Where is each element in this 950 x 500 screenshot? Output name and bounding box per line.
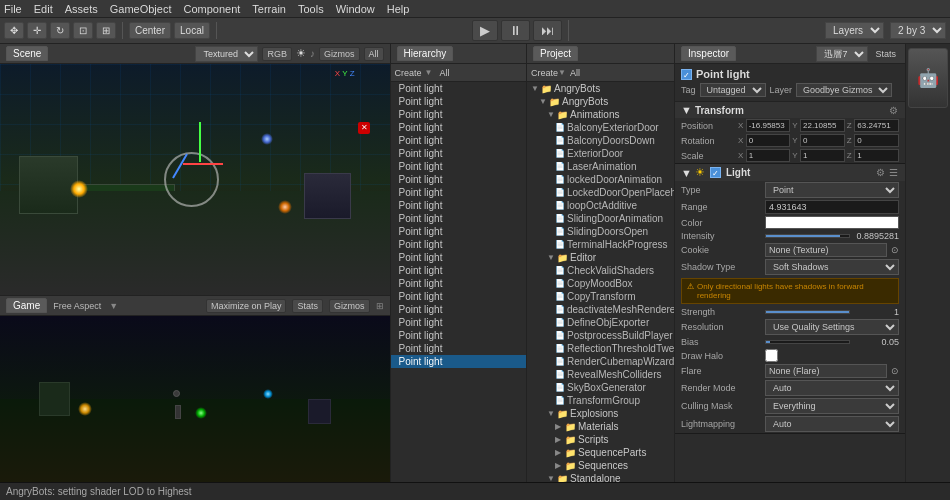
project-file[interactable]: 📄BalconyExteriorDoor <box>527 121 674 134</box>
layout-dropdown[interactable]: 2 by 3 <box>890 22 946 39</box>
scene-rgb-btn[interactable]: RGB <box>262 47 292 61</box>
hierarchy-item[interactable]: Point light <box>391 173 526 186</box>
hierarchy-item[interactable]: Point light <box>391 186 526 199</box>
stats-btn[interactable]: Stats <box>292 299 323 313</box>
tag-dropdown[interactable]: Untagged <box>700 83 766 97</box>
game-tab[interactable]: Game <box>6 298 47 313</box>
game-options-icon[interactable]: ⊞ <box>376 301 384 311</box>
inspector-stats-btn[interactable]: Stats <box>872 49 899 59</box>
aspect-label[interactable]: Free Aspect <box>53 301 101 311</box>
hierarchy-item[interactable]: Point light <box>391 147 526 160</box>
project-all-btn[interactable]: All <box>570 68 580 78</box>
project-file[interactable]: 📄ExteriorDoor <box>527 147 674 160</box>
game-viewport[interactable] <box>0 316 390 482</box>
scale-x-input[interactable] <box>746 149 791 162</box>
project-folder[interactable]: ▶📁Materials <box>527 420 674 433</box>
light-gear-btn[interactable]: ⚙ <box>875 167 886 178</box>
position-y-input[interactable] <box>800 119 845 132</box>
hierarchy-item[interactable]: Point light <box>391 82 526 95</box>
layer-dropdown-inspector[interactable]: 迅層7 <box>816 46 868 62</box>
menu-file[interactable]: File <box>4 3 22 15</box>
lightmapping-dropdown[interactable]: Auto <box>765 416 899 432</box>
project-file[interactable]: 📄LockedDoorOpenPlaceholde <box>527 186 674 199</box>
project-file[interactable]: 📄CheckValidShaders <box>527 264 674 277</box>
strength-track[interactable] <box>765 310 850 314</box>
project-file[interactable]: 📄RevealMeshColliders <box>527 368 674 381</box>
menu-window[interactable]: Window <box>336 3 375 15</box>
hierarchy-item[interactable]: Point light <box>391 342 526 355</box>
project-file[interactable]: 📄CopyMoodBox <box>527 277 674 290</box>
transform-header[interactable]: ▼ Transform ⚙ <box>675 102 905 118</box>
menu-help[interactable]: Help <box>387 3 410 15</box>
render-mode-dropdown[interactable]: Auto <box>765 380 899 396</box>
hierarchy-item[interactable]: Point light <box>391 160 526 173</box>
project-file[interactable]: 📄SlidingDoorAnimation <box>527 212 674 225</box>
scene-audio-icon[interactable]: ♪ <box>310 48 315 59</box>
scene-all-btn[interactable]: All <box>364 47 384 61</box>
hierarchy-tab[interactable]: Hierarchy <box>397 46 454 61</box>
hierarchy-item[interactable]: Point light <box>391 355 526 368</box>
project-file[interactable]: 📄LaserAnimation <box>527 160 674 173</box>
light-cookie-select-icon[interactable]: ⊙ <box>891 245 899 255</box>
hierarchy-item[interactable]: Point light <box>391 290 526 303</box>
menu-tools[interactable]: Tools <box>298 3 324 15</box>
position-z-input[interactable] <box>854 119 899 132</box>
project-folder[interactable]: ▼📁AngryBots <box>527 95 674 108</box>
maximize-btn[interactable]: Maximize on Play <box>206 299 287 313</box>
project-file[interactable]: 📄DefineObjExporter <box>527 316 674 329</box>
hierarchy-all-btn[interactable]: All <box>439 68 449 78</box>
light-options-btn[interactable]: ☰ <box>888 167 899 178</box>
scene-gizmos-btn[interactable]: Gizmos <box>319 47 360 61</box>
menu-component[interactable]: Component <box>183 3 240 15</box>
draw-halo-checkbox[interactable] <box>765 349 778 362</box>
project-file[interactable]: 📄BalconyDoorsDown <box>527 134 674 147</box>
project-file[interactable]: 📄SkyBoxGenerator <box>527 381 674 394</box>
project-file[interactable]: 📄PostprocessBuildPlayer <box>527 329 674 342</box>
culling-mask-dropdown[interactable]: Everything <box>765 398 899 414</box>
layers-dropdown[interactable]: Layers <box>825 22 884 39</box>
project-file[interactable]: 📄TransformGroup <box>527 394 674 407</box>
project-folder[interactable]: ▶📁Sequences <box>527 459 674 472</box>
hierarchy-item[interactable]: Point light <box>391 238 526 251</box>
menu-edit[interactable]: Edit <box>34 3 53 15</box>
hierarchy-item[interactable]: Point light <box>391 264 526 277</box>
game-gizmos-btn[interactable]: Gizmos <box>329 299 370 313</box>
hierarchy-item[interactable]: Point light <box>391 225 526 238</box>
project-folder[interactable]: ▼📁Explosions <box>527 407 674 420</box>
layer-dropdown[interactable]: Goodbye Gizmos <box>796 83 892 97</box>
hierarchy-item[interactable]: Point light <box>391 316 526 329</box>
object-enabled-checkbox[interactable] <box>681 69 692 80</box>
light-type-dropdown[interactable]: Point <box>765 182 899 198</box>
project-tab[interactable]: Project <box>533 46 578 61</box>
project-folder[interactable]: ▼📁Animations <box>527 108 674 121</box>
project-file[interactable]: 📄CopyTransform <box>527 290 674 303</box>
move-tool[interactable]: ✛ <box>27 22 47 39</box>
light-intensity-track[interactable] <box>765 234 850 238</box>
project-folder[interactable]: ▼📁AngryBots <box>527 82 674 95</box>
hierarchy-item[interactable]: Point light <box>391 108 526 121</box>
shadow-type-dropdown[interactable]: Soft Shadows <box>765 259 899 275</box>
hierarchy-create-btn[interactable]: Create <box>395 68 422 78</box>
hierarchy-item[interactable]: Point light <box>391 329 526 342</box>
scene-tab[interactable]: Scene <box>6 46 48 61</box>
hierarchy-item[interactable]: Point light <box>391 303 526 316</box>
hierarchy-item[interactable]: Point light <box>391 251 526 264</box>
hand-tool[interactable]: ✥ <box>4 22 24 39</box>
position-x-input[interactable] <box>746 119 791 132</box>
light-enabled-checkbox[interactable] <box>710 167 721 178</box>
scene-light-icon[interactable]: ☀ <box>296 47 306 60</box>
project-file[interactable]: 📄deactivateMeshRenderers <box>527 303 674 316</box>
pause-button[interactable]: ⏸ <box>501 20 530 41</box>
hierarchy-item[interactable]: Point light <box>391 121 526 134</box>
project-folder[interactable]: ▶📁Scripts <box>527 433 674 446</box>
light-range-input[interactable] <box>765 200 899 214</box>
transform-gear-btn[interactable]: ⚙ <box>888 105 899 116</box>
aspect-expand-icon[interactable]: ▼ <box>107 301 120 311</box>
project-file[interactable]: 📄loopOctAdditive <box>527 199 674 212</box>
project-folder[interactable]: ▼📁Standalone <box>527 472 674 482</box>
project-file[interactable]: 📄lockedDoorAnimation <box>527 173 674 186</box>
scale-z-input[interactable] <box>854 149 899 162</box>
rotation-y-input[interactable] <box>800 134 845 147</box>
project-file[interactable]: 📄TerminalHackProgress <box>527 238 674 251</box>
rotate-tool[interactable]: ↻ <box>50 22 70 39</box>
